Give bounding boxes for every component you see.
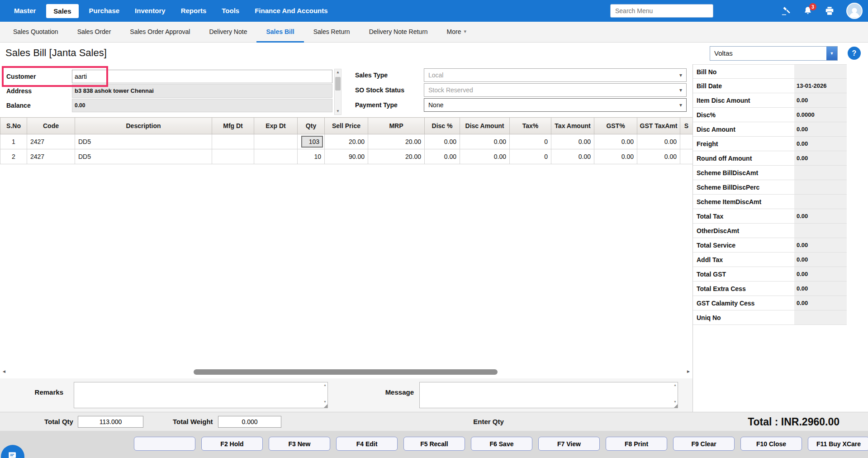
f1-button[interactable] [134,437,195,451]
customer-input[interactable] [72,70,332,83]
cell-tax-pct[interactable]: 0 [510,134,551,149]
cell-sell-price[interactable]: 90.00 [325,149,368,164]
remarks-band: Remarks ▲ ▼ Message ▲ ▼ [0,378,693,412]
cell-partial[interactable] [680,134,693,149]
nav-item-finance-and-accounts[interactable]: Finance And Accounts [247,0,335,22]
cell-tax-amount[interactable]: 0.00 [551,149,594,164]
cell-partial[interactable] [680,149,693,164]
payment-type-select[interactable]: None ▾ [424,98,687,112]
nav-item-tools[interactable]: Tools [214,0,247,22]
scroll-down-icon[interactable]: ▼ [674,400,677,403]
cell-disc-pct[interactable]: 0.00 [425,149,460,164]
f11-buy-xcare-button[interactable]: F11 Buy XCare [808,437,868,451]
cell-disc-amount[interactable]: 0.00 [460,134,510,149]
cell-gst-taxamt[interactable]: 0.00 [637,134,680,149]
scroll-down-icon[interactable]: ▼ [323,400,327,403]
printer-icon[interactable] [825,6,835,16]
gavel-icon[interactable] [781,6,791,16]
scroll-up-icon[interactable]: ▲ [674,383,677,386]
subnav-item-sales-quotation[interactable]: Sales Quotation [4,22,68,43]
cell-mrp[interactable]: 20.00 [368,134,425,149]
message-textarea[interactable] [419,382,678,408]
nav-item-sales[interactable]: Sales [46,4,78,18]
cell-qty[interactable]: 103 [298,134,325,149]
subnav-item-sales-bill[interactable]: Sales Bill [256,22,304,43]
f10-close-button[interactable]: F10 Close [740,437,802,451]
cell-mfg-dt[interactable] [212,149,254,164]
f7-view-button[interactable]: F7 View [538,437,600,451]
scroll-right-icon[interactable]: ► [686,369,691,374]
nav-item-reports[interactable]: Reports [173,0,214,22]
cell-mrp[interactable]: 20.00 [368,149,425,164]
f5-recall-button[interactable]: F5 Recall [403,437,465,451]
nav-item-purchase[interactable]: Purchase [81,0,128,22]
so-stock-status-select[interactable]: Stock Reserved ▾ [424,83,687,97]
summary-label: Total Extra Cess [697,281,746,296]
f8-print-button[interactable]: F8 Print [606,437,667,451]
subnav-item-delivery-note-return[interactable]: Delivery Note Return [360,22,437,43]
cell-gst-taxamt[interactable]: 0.00 [637,149,680,164]
scrollbar-thumb[interactable] [335,77,341,91]
user-avatar[interactable] [846,3,863,19]
col-disc-amount: Disc Amount [460,118,510,134]
f2-hold-button[interactable]: F2 Hold [201,437,263,451]
cell-description[interactable]: DD5 [75,134,212,149]
cell-tax-pct[interactable]: 0 [510,149,551,164]
cell-tax-amount[interactable]: 0.00 [551,134,594,149]
form-vertical-scrollbar[interactable]: ▲ ▼ [334,69,342,115]
summary-label: OtherDiscAmt [697,224,739,238]
cell-sell-price[interactable]: 20.00 [325,134,368,149]
summary-label: Disc% [697,108,716,122]
col-mfg-dt: Mfg Dt [212,118,254,134]
total-weight-input[interactable] [218,416,281,428]
cell-code[interactable]: 2427 [27,149,75,164]
cell-gst-pct[interactable]: 0.00 [594,134,637,149]
subnav-item-sales-return[interactable]: Sales Return [304,22,360,43]
scroll-down-icon[interactable]: ▼ [335,108,341,114]
nav-item-master[interactable]: Master [6,0,43,22]
cell-description[interactable]: DD5 [75,149,212,164]
f6-save-button[interactable]: F6 Save [471,437,532,451]
f9-clear-button[interactable]: F9 Clear [673,437,735,451]
remarks-textarea[interactable] [74,382,328,408]
summary-value: 0.00 [794,267,847,281]
scroll-up-icon[interactable]: ▲ [323,383,327,386]
f4-edit-button[interactable]: F4 Edit [336,437,398,451]
cell-gst-pct[interactable]: 0.00 [594,149,637,164]
subnav-item-more[interactable]: More ▾ [437,22,476,43]
cell-exp-dt[interactable] [254,149,298,164]
bell-icon[interactable]: 3 [803,6,813,16]
grid-horizontal-scrollbar[interactable]: ◄ ► [0,367,693,377]
scrollbar-thumb[interactable] [194,369,498,375]
sales-type-select[interactable]: Local ▾ [424,68,687,82]
cell-disc-pct[interactable]: 0.00 [425,134,460,149]
f3-new-button[interactable]: F3 New [269,437,330,451]
cell-sno[interactable]: 1 [0,134,27,149]
subnav-item-delivery-note[interactable]: Delivery Note [199,22,256,43]
customer-field-wrap [72,70,332,83]
resize-handle[interactable] [674,404,678,408]
cell-qty[interactable]: 10 [298,149,325,164]
total-qty-input[interactable] [78,416,143,428]
company-combobox[interactable]: Voltas ▼ [710,46,838,61]
balance-label: Balance [6,99,31,112]
total-qty-label: Total Qty [44,412,73,431]
cell-code[interactable]: 2427 [27,134,75,149]
qty-input-cell[interactable]: 103 [301,136,323,148]
subnav-item-sales-order-approval[interactable]: Sales Order Approval [120,22,199,43]
resize-handle[interactable] [324,404,327,408]
cell-disc-amount[interactable]: 0.00 [460,149,510,164]
combo-dropdown-icon[interactable]: ▼ [826,47,837,60]
message-field-wrap: ▲ ▼ [419,382,678,408]
balance-field[interactable]: 0.00 [72,99,332,112]
cell-mfg-dt[interactable] [212,134,254,149]
cell-exp-dt[interactable] [254,134,298,149]
nav-item-inventory[interactable]: Inventory [127,0,173,22]
cell-sno[interactable]: 2 [0,149,27,164]
scroll-left-icon[interactable]: ◄ [2,369,6,374]
help-button[interactable]: ? [848,47,861,60]
address-field[interactable]: b3 838 ashok tower Chennai [72,84,332,98]
subnav-item-sales-order[interactable]: Sales Order [68,22,121,43]
scroll-up-icon[interactable]: ▲ [335,69,341,76]
search-input[interactable] [610,4,713,18]
